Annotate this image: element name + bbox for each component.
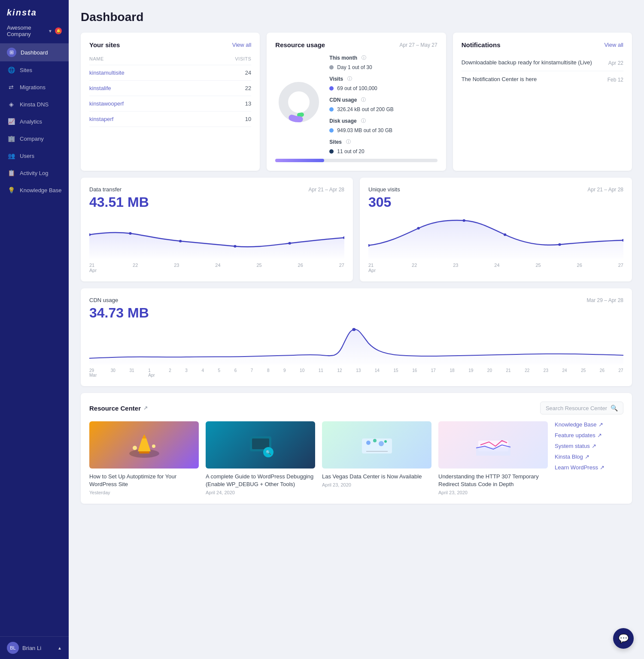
search-placeholder: Search Resource Center: [546, 405, 607, 411]
notification-bell[interactable]: 🔔: [55, 27, 62, 34]
svg-point-6: [129, 232, 131, 235]
sites-icon: 🌐: [7, 66, 15, 74]
article-title: How to Set Up Autoptimize for Your WordP…: [89, 473, 199, 488]
sidebar-item-label: Sites: [20, 67, 32, 73]
svg-point-32: [384, 440, 387, 443]
company-name: Awesome Company: [7, 24, 48, 37]
unique-visits-date: Apr 21 – Apr 28: [588, 187, 623, 193]
rc-link-system-status[interactable]: System status ↗: [555, 443, 623, 449]
sidebar: kinsta Awesome Company ▼ 🔔 ⊞ Dashboard 🌐…: [0, 0, 69, 659]
x-label: 27: [339, 263, 344, 273]
notification-item: The Notification Center is here Feb 12: [462, 71, 623, 88]
sidebar-item-migrations[interactable]: ⇄ Migrations: [0, 79, 69, 96]
rc-links-sidebar: Knowledge Base ↗ Feature updates ↗ Syste…: [555, 421, 623, 495]
company-selector[interactable]: Awesome Company ▼ 🔔: [0, 22, 69, 43]
x-label: 25: [535, 263, 541, 273]
sidebar-item-activity-log[interactable]: 📋 Activity Log: [0, 164, 69, 181]
x-label: 26: [577, 263, 582, 273]
resource-donut: [275, 79, 322, 126]
svg-rect-35: [476, 447, 510, 456]
activity-log-icon: 📋: [7, 169, 15, 177]
unique-visits-value: 305: [368, 194, 623, 210]
this-month-label: This month: [329, 55, 357, 61]
svg-point-23: [152, 444, 155, 448]
rc-link-learn-wordpress[interactable]: Learn WordPress ↗: [555, 464, 623, 471]
article-image: [322, 421, 431, 469]
data-transfer-value: 43.51 MB: [89, 194, 344, 210]
article-title: Las Vegas Data Center is Now Available: [322, 473, 431, 481]
sidebar-item-kinsta-dns[interactable]: ◈ Kinsta DNS: [0, 96, 69, 113]
disk-dot: [329, 128, 334, 133]
site-name[interactable]: kinstamultisite: [89, 70, 125, 76]
site-visits: 10: [245, 116, 251, 122]
cdn-usage-date: Mar 29 – Apr 28: [587, 297, 623, 303]
rc-article: 🔍 A complete Guide to WordPress Debuggin…: [206, 421, 315, 495]
x-label: 25: [256, 263, 261, 273]
dns-icon: ◈: [7, 100, 15, 109]
cdn-dot: [329, 107, 334, 112]
resource-usage-date: Apr 27 – May 27: [400, 42, 437, 48]
x-label: 22: [412, 263, 417, 273]
logo-text: kinsta: [7, 8, 37, 18]
sidebar-item-users[interactable]: 👥 Users: [0, 147, 69, 164]
resource-center-search[interactable]: Search Resource Center 🔍: [540, 402, 623, 414]
article-date: April 24, 2020: [206, 490, 315, 495]
unique-visits-card: Unique visits Apr 21 – Apr 28 305: [360, 178, 632, 281]
resource-usage-card: Resource usage Apr 27 – May 27 This mont…: [267, 33, 446, 171]
rc-link-kinsta-blog[interactable]: Kinsta Blog ↗: [555, 453, 623, 460]
sidebar-logo: kinsta: [0, 0, 69, 22]
svg-point-30: [373, 439, 377, 442]
external-link-icon: ↗: [143, 405, 148, 411]
notif-text: The Notification Center is here: [462, 76, 537, 83]
notif-date: Feb 12: [608, 77, 623, 83]
rc-link-knowledge-base[interactable]: Knowledge Base ↗: [555, 421, 623, 428]
external-icon: ↗: [585, 453, 589, 460]
sidebar-nav: ⊞ Dashboard 🌐 Sites ⇄ Migrations ◈ Kinst…: [0, 43, 69, 636]
svg-point-12: [417, 227, 419, 230]
dashboard-icon: ⊞: [7, 48, 16, 57]
cdn-usage-value: 34.73 MB: [89, 305, 623, 321]
chart-x-labels: 21Apr 22 23 24 25 26 27: [89, 263, 344, 273]
sidebar-item-label: Knowledge Base: [20, 187, 62, 193]
this-month-value: Day 1 out of 30: [337, 64, 372, 70]
your-sites-view-all[interactable]: View all: [232, 42, 252, 48]
rc-title-text: Resource Center: [89, 405, 141, 412]
sites-value: 11 out of 20: [337, 148, 364, 154]
table-row: kinstamultisite 24: [89, 65, 251, 81]
x-label: 21Apr: [89, 263, 97, 273]
x-label: 24: [494, 263, 499, 273]
cdn-value: 326.24 kB out of 200 GB: [337, 106, 393, 112]
sidebar-item-label: Kinsta DNS: [20, 101, 49, 108]
sidebar-item-sites[interactable]: 🌐 Sites: [0, 61, 69, 79]
chat-button[interactable]: 💬: [613, 628, 634, 649]
sidebar-item-label: Company: [20, 136, 44, 142]
sidebar-item-label: Dashboard: [21, 49, 48, 56]
rc-link-feature-updates[interactable]: Feature updates ↗: [555, 432, 623, 438]
svg-point-31: [379, 441, 384, 446]
data-transfer-card: Data transfer Apr 21 – Apr 28 43.51 MB: [81, 178, 353, 281]
rc-article: Las Vegas Data Center is Now Available A…: [322, 421, 431, 495]
resource-center-title: Resource Center ↗: [89, 405, 148, 412]
this-month-dot: [329, 65, 334, 70]
page-title: Dashboard: [81, 10, 632, 24]
sidebar-item-dashboard[interactable]: ⊞ Dashboard: [0, 43, 69, 61]
sites-label: Sites: [329, 139, 342, 145]
sidebar-item-analytics[interactable]: 📈 Analytics: [0, 113, 69, 130]
article-image: 🔍: [206, 421, 315, 469]
sidebar-item-company[interactable]: 🏢 Company: [0, 130, 69, 147]
sidebar-item-knowledge-base[interactable]: 💡 Knowledge Base: [0, 181, 69, 199]
site-name[interactable]: kinstaperf: [89, 116, 113, 122]
x-label: 23: [174, 263, 179, 273]
data-transfer-title: Data transfer: [89, 186, 122, 193]
site-name[interactable]: kinstawooperf: [89, 100, 124, 107]
article-title: Understanding the HTTP 307 Temporary Red…: [438, 473, 548, 488]
article-date: April 23, 2020: [322, 482, 431, 487]
notifications-view-all[interactable]: View all: [604, 42, 623, 48]
chart-x-labels: 21Apr 22 23 24 25 26 27: [368, 263, 623, 273]
site-name[interactable]: kinstalife: [89, 85, 111, 91]
rc-links-list: Knowledge Base ↗ Feature updates ↗ Syste…: [555, 421, 623, 471]
svg-point-8: [234, 245, 236, 248]
unique-visits-chart: [368, 215, 623, 258]
resource-center-content: How to Set Up Autoptimize for Your WordP…: [89, 421, 623, 495]
chat-icon: 💬: [618, 633, 629, 644]
